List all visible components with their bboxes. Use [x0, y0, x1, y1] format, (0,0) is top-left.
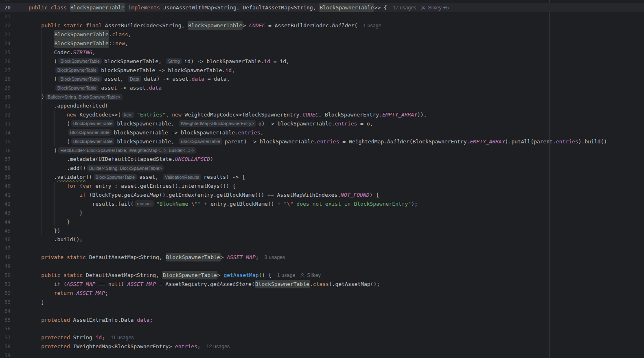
line-number[interactable]: 30 [0, 94, 28, 100]
line-number[interactable]: 35 [0, 138, 28, 145]
line-number[interactable]: 48 [0, 254, 28, 260]
code-line[interactable]: 39 .validator((BlockSpawnerTableasset, V… [0, 173, 644, 182]
code-line[interactable]: 38 .add()Builder<String, BlockSpawnerTab… [0, 164, 644, 173]
line-number[interactable]: 26 [0, 58, 28, 64]
inlay-hint[interactable]: BlockSpawnerTable [94, 174, 137, 180]
line-number[interactable]: 22 [0, 22, 28, 29]
code-line[interactable]: 56 [0, 324, 644, 333]
line-number[interactable]: 33 [0, 121, 28, 127]
line-number[interactable]: 54 [0, 308, 28, 314]
line-number[interactable]: 57 [0, 334, 28, 340]
code-line[interactable]: 34 BlockSpawnerTableblockSpawnerTable ->… [0, 128, 644, 137]
line-number[interactable]: 47 [0, 245, 28, 251]
line-number[interactable]: 20 [0, 4, 28, 11]
line-number[interactable]: 34 [0, 130, 28, 136]
code-line[interactable]: 27 BlockSpawnerTableblockSpawnerTable ->… [0, 66, 644, 75]
line-number[interactable]: 24 [0, 40, 28, 46]
line-number[interactable]: 32 [0, 112, 28, 118]
usages-hint[interactable]: 17 usages [393, 5, 416, 11]
line-number[interactable]: 46 [0, 236, 28, 242]
inlay-hint[interactable]: BlockSpawnerTable [55, 67, 99, 73]
code-line[interactable]: 45 }) [0, 226, 644, 235]
line-number[interactable]: 39 [0, 174, 28, 180]
line-number[interactable]: 44 [0, 219, 28, 225]
code-line[interactable]: 22 public static final AssetBuilderCodec… [0, 21, 644, 30]
code-line[interactable]: 49 [0, 262, 644, 271]
code-line[interactable]: 25 Codec.STRING, [0, 48, 644, 57]
code-line[interactable]: 48 private static DefaultAssetMap<String… [0, 253, 644, 262]
line-number[interactable]: 36 [0, 147, 28, 154]
code-line[interactable]: 20public class BlockSpawnerTable impleme… [0, 3, 644, 12]
code-line[interactable]: 59 [0, 351, 644, 358]
code-line[interactable]: 33 (BlockSpawnerTableblockSpawnerTable, … [0, 119, 644, 128]
code-line[interactable]: 52 return ASSET_MAP; [0, 288, 644, 297]
line-number[interactable]: 37 [0, 156, 28, 162]
inlay-hint[interactable]: Builder<String, BlockSpawnerTable> [46, 94, 123, 100]
inlay-hint[interactable]: BlockSpawnerTable [58, 58, 102, 64]
inlay-hint[interactable]: Builder<String, BlockSpawnerTable> [87, 165, 164, 171]
code-line[interactable]: 23 BlockSpawnerTable.class, [0, 30, 644, 39]
code-line[interactable]: 42 results.fail(reason:"BlockName \"" + … [0, 199, 644, 208]
code-line[interactable]: 50 public static DefaultAssetMap<String,… [0, 271, 644, 280]
line-number[interactable]: 19- [0, 0, 28, 2]
code-line[interactable]: 31 .appendInherited( [0, 101, 644, 110]
line-number[interactable]: 45 [0, 228, 28, 234]
inlay-hint[interactable]: BlockSpawnerTable [71, 138, 115, 145]
code-line[interactable]: 36 )FieldBuilder<BlockSpawnerTable, IWei… [0, 146, 644, 155]
code-area[interactable]: 19-20public class BlockSpawnerTable impl… [0, 0, 644, 358]
inlay-hint[interactable]: reason: [135, 200, 154, 207]
code-line[interactable]: 51 if (ASSET_MAP == null) ASSET_MAP = As… [0, 280, 644, 289]
line-number[interactable]: 42 [0, 201, 28, 207]
line-number[interactable]: 40 [0, 183, 28, 189]
line-number[interactable]: 23 [0, 31, 28, 37]
code-line[interactable]: 44 } [0, 217, 644, 226]
code-line[interactable]: 21 [0, 12, 644, 21]
inlay-hint[interactable]: key: [122, 112, 134, 118]
line-number[interactable]: 50 [0, 272, 28, 278]
code-author-hint[interactable]: Slikey [300, 272, 320, 278]
usages-hint[interactable]: 11 usages [111, 335, 134, 340]
line-number[interactable]: 58 [0, 343, 28, 349]
inlay-hint[interactable]: BlockSpawnerTable [58, 76, 102, 82]
line-number[interactable]: 38 [0, 165, 28, 171]
line-number[interactable]: 27 [0, 67, 28, 73]
code-author-hint[interactable]: Slikey +5 [421, 5, 449, 11]
line-number[interactable]: 55 [0, 317, 28, 323]
inlay-hint[interactable]: ValidationResults [163, 174, 201, 180]
code-line[interactable]: 29 BlockSpawnerTableasset -> asset.data [0, 83, 644, 92]
code-line[interactable]: 55 protected AssetExtraInfo.Data data; [0, 315, 644, 324]
code-line[interactable]: 35 (BlockSpawnerTableblockSpawnerTable, … [0, 137, 644, 146]
code-line[interactable]: 32 new KeyedCodec<>(key:"Entries", new W… [0, 110, 644, 119]
inlay-hint[interactable]: String [166, 58, 182, 64]
code-line[interactable]: 47 [0, 244, 644, 253]
line-number[interactable]: 43 [0, 210, 28, 216]
line-number[interactable]: 31 [0, 103, 28, 109]
line-number[interactable]: 28 [0, 76, 28, 82]
code-line[interactable]: 26 (BlockSpawnerTableblockSpawnerTable, … [0, 57, 644, 66]
code-line[interactable]: 57 protected String id;11 usages [0, 333, 644, 342]
code-line[interactable]: 19- [0, 0, 644, 3]
line-number[interactable]: 49 [0, 263, 28, 269]
code-line[interactable]: 43 } [0, 208, 644, 217]
line-number[interactable]: 56 [0, 325, 28, 332]
inlay-hint[interactable]: Data [128, 76, 141, 82]
inlay-hint[interactable]: BlockSpawnerTable [179, 138, 222, 145]
usages-hint[interactable]: 1 usage [277, 272, 295, 278]
code-line[interactable]: 40 for (var entry : asset.getEntries().i… [0, 182, 644, 191]
code-line[interactable]: 53 } [0, 297, 644, 306]
line-number[interactable]: 41 [0, 192, 28, 198]
line-number[interactable]: 25 [0, 49, 28, 55]
usages-hint[interactable]: 3 usages [265, 255, 285, 260]
line-number[interactable]: 59 [0, 352, 28, 358]
code-line[interactable]: 37 .metadata(UIDefaultCollapsedState.UNC… [0, 155, 644, 164]
inlay-hint[interactable]: FieldBuilder<BlockSpawnerTable, IWeighte… [58, 147, 196, 154]
code-line[interactable]: 24 BlockSpawnerTable::new, [0, 39, 644, 48]
inlay-hint[interactable]: IWeightedMap<BlockSpawnerEntry> [179, 120, 256, 127]
usages-hint[interactable]: 1 usage [363, 23, 381, 29]
code-line[interactable]: 46 .build(); [0, 235, 644, 244]
inlay-hint[interactable]: BlockSpawnerTable [68, 129, 112, 136]
inlay-hint[interactable]: BlockSpawnerTable [55, 85, 99, 91]
code-line[interactable]: 54 [0, 306, 644, 315]
code-line[interactable]: 58 protected IWeightedMap<BlockSpawnerEn… [0, 342, 644, 351]
code-line[interactable]: 28 (BlockSpawnerTableasset, Datadata) ->… [0, 75, 644, 83]
